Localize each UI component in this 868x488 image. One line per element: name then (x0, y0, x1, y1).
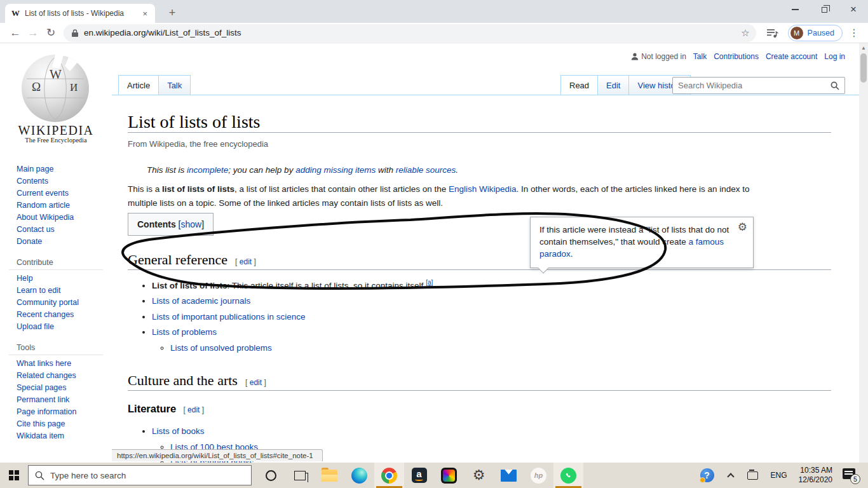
sidebar-item-recent-changes[interactable]: Recent changes (0, 309, 112, 321)
hp-icon[interactable]: hp (524, 463, 553, 488)
wikipedia-content: Not logged in Talk Contributions Create … (112, 43, 859, 463)
sidebar-item-contents[interactable]: Contents (0, 175, 112, 187)
new-tab-button[interactable]: + (164, 5, 180, 22)
personal-login-link[interactable]: Log in (824, 52, 845, 61)
amazon-icon[interactable]: a (404, 463, 434, 488)
puzzle-game-icon[interactable] (434, 463, 464, 488)
bookmark-star-icon[interactable]: ☆ (741, 27, 749, 39)
touch-keyboard-icon[interactable] (747, 471, 758, 480)
settings-gear-icon[interactable]: ⚙ (464, 463, 494, 488)
sidebar-item-main-page[interactable]: Main page (0, 163, 112, 175)
scrollbar-thumb[interactable] (860, 53, 867, 83)
window-close-button[interactable]: × (839, 0, 868, 19)
english-wikipedia-link[interactable]: English Wikipedia (449, 184, 517, 194)
edit-link-culture[interactable]: edit (250, 378, 262, 387)
personal-talk-link[interactable]: Talk (693, 52, 707, 61)
sidebar-item-random-article[interactable]: Random article (0, 200, 112, 212)
mail-icon[interactable] (494, 463, 524, 488)
sidebar-item-learn-to-edit[interactable]: Learn to edit (0, 285, 112, 297)
wiki-search-input[interactable] (678, 81, 831, 90)
wikipedia-wordmark[interactable]: WIKIPEDIA (0, 123, 112, 138)
tab-edit[interactable]: Edit (597, 75, 628, 95)
scroll-up-arrow-icon[interactable]: ▲ (859, 43, 868, 51)
browser-tab[interactable]: W List of lists of lists - Wikipedia × (5, 4, 155, 23)
personal-tools-bar: Not logged in Talk Contributions Create … (631, 52, 845, 61)
screen: { "browser": { "tab": { "title": "List o… (0, 0, 868, 488)
logo-glyph-i: И (70, 81, 78, 94)
tab-article[interactable]: Article (118, 75, 158, 95)
back-button[interactable]: ← (6, 27, 24, 39)
sidebar-item-what-links-here[interactable]: What links here (0, 358, 112, 370)
whatsapp-icon[interactable] (553, 463, 583, 488)
browser-tab-strip: W List of lists of lists - Wikipedia × +… (0, 0, 868, 23)
list-item[interactable]: Lists of problems Lists of unsolved prob… (152, 325, 831, 356)
personal-create-account-link[interactable]: Create account (766, 52, 817, 61)
edge-icon[interactable] (344, 463, 374, 488)
sidebar-item-wikidata-item[interactable]: Wikidata item (0, 430, 112, 442)
chrome-icon[interactable] (374, 463, 404, 488)
wikipedia-favicon-icon: W (11, 8, 20, 18)
footnote-preview-tooltip: ⚙ If this article were instead a "list o… (530, 217, 754, 268)
sidebar-item-upload-file[interactable]: Upload file (0, 321, 112, 333)
sidebar-item-help[interactable]: Help (0, 273, 112, 285)
not-logged-in-label: Not logged in (631, 52, 686, 61)
wiki-search-box[interactable] (672, 77, 845, 94)
cortana-icon[interactable] (266, 470, 276, 481)
start-button[interactable] (0, 463, 28, 488)
tab-talk[interactable]: Talk (158, 75, 191, 95)
sidebar-item-special-pages[interactable]: Special pages (0, 382, 112, 394)
tray-date: 12/6/2020 (799, 475, 832, 485)
sidebar-item-current-events[interactable]: Current events (0, 187, 112, 200)
sidebar-item-community-portal[interactable]: Community portal (0, 297, 112, 309)
tab-read[interactable]: Read (560, 75, 597, 95)
search-icon[interactable] (831, 81, 839, 90)
taskbar-search-box[interactable] (28, 465, 252, 485)
media-controls-icon[interactable] (766, 27, 779, 39)
adding-missing-items-link[interactable]: adding missing items (295, 165, 376, 175)
edit-link-general[interactable]: edit (240, 257, 252, 266)
window-restore-button[interactable] (810, 0, 839, 19)
sidebar-item-related-changes[interactable]: Related changes (0, 370, 112, 382)
tray-time: 10:35 AM (799, 466, 832, 475)
wikipedia-sidebar: Ω W И WIKIPEDIA The Free Encyclopedia Ma… (0, 43, 112, 463)
tray-expand-chevron-icon[interactable] (727, 473, 734, 480)
taskbar: a ⚙ hp ? ENG 10:35 AM 12/6/2020 5 (0, 463, 868, 488)
sidebar-item-page-information[interactable]: Page information (0, 406, 112, 418)
sidebar-item-donate[interactable]: Donate (0, 236, 112, 248)
forward-button[interactable]: → (24, 27, 42, 39)
profile-avatar: M (790, 27, 803, 39)
sidebar-tools-group: What links here Related changes Special … (0, 358, 112, 442)
reliable-sources-link[interactable]: reliable sources (396, 165, 456, 175)
incomplete-link[interactable]: incomplete (187, 165, 228, 175)
tooltip-settings-gear-icon[interactable]: ⚙ (738, 222, 747, 233)
taskbar-search-input[interactable] (50, 471, 245, 480)
incomplete-list-hatnote: This list is incomplete; you can help by… (147, 165, 831, 175)
toc-show-link[interactable]: show (180, 219, 201, 229)
task-view-icon[interactable] (294, 471, 306, 480)
address-bar[interactable]: en.wikipedia.org/wiki/List_of_lists_of_l… (64, 24, 756, 42)
footnote-a-link[interactable]: [a] (426, 279, 433, 286)
clock[interactable]: 10:35 AM 12/6/2020 (799, 466, 832, 485)
sidebar-item-contact-us[interactable]: Contact us (0, 224, 112, 236)
list-item[interactable]: Lists of important publications in scien… (152, 309, 831, 325)
action-center-icon[interactable]: 5 (843, 468, 859, 482)
scrollbar[interactable]: ▲ (859, 43, 868, 463)
edit-link-literature[interactable]: edit (187, 405, 200, 414)
wikipedia-globe-logo[interactable]: Ω W И (22, 55, 89, 122)
list-item[interactable]: Lists of academic journals (152, 294, 831, 309)
sidebar-item-cite-this-page[interactable]: Cite this page (0, 418, 112, 430)
personal-contributions-link[interactable]: Contributions (714, 52, 759, 61)
language-indicator[interactable]: ENG (771, 471, 787, 480)
browser-menu-icon[interactable]: ⋮ (846, 27, 862, 39)
window-minimize-button[interactable] (780, 0, 810, 19)
list-item[interactable]: Lists of unsolved problems (170, 341, 831, 356)
sidebar-item-about-wikipedia[interactable]: About Wikipedia (0, 212, 112, 224)
contents-box: Contents [show] (128, 213, 214, 236)
help-tray-icon[interactable]: ? (700, 468, 714, 482)
logo-glyph-omega: Ω (32, 80, 41, 94)
reload-button[interactable]: ↻ (42, 26, 60, 39)
tab-close-icon[interactable]: × (140, 9, 150, 18)
file-explorer-icon[interactable] (315, 463, 344, 488)
sidebar-item-permanent-link[interactable]: Permanent link (0, 394, 112, 406)
profile-button[interactable]: M Paused (788, 25, 843, 41)
